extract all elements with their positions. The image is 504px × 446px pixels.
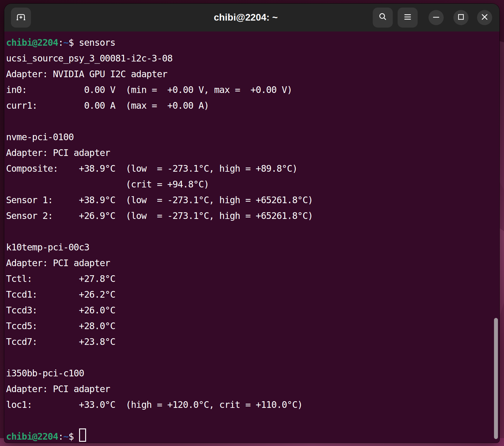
terminal-line: (crit = +94.8°C) <box>6 177 499 192</box>
terminal-window: chibi@2204: ~ <box>4 4 499 443</box>
terminal-text: : <box>58 431 63 442</box>
scrollbar-thumb[interactable] <box>494 318 498 439</box>
terminal-line: chibi@2204:~$ <box>6 428 499 443</box>
terminal-text: Adapter: PCI adapter <box>6 384 110 394</box>
terminal-text: loc1: +33.0°C (high = +120.0°C, crit = +… <box>6 399 302 410</box>
terminal-text: Adapter: PCI adapter <box>6 258 110 268</box>
titlebar[interactable]: chibi@2204: ~ <box>4 4 499 31</box>
terminal-line: Adapter: PCI adapter <box>6 255 499 271</box>
new-tab-icon <box>15 11 27 24</box>
terminal-text: Tccd5: +28.0°C <box>6 321 115 331</box>
terminal-line: Composite: +38.9°C (low = -273.1°C, high… <box>6 161 499 177</box>
terminal-text: Sensor 1: +38.9°C (low = -273.1°C, high … <box>6 195 313 205</box>
close-icon <box>480 13 489 22</box>
search-button[interactable] <box>373 8 393 28</box>
terminal-text: $ sensors <box>68 37 115 48</box>
menu-icon <box>402 11 413 24</box>
terminal-line: k10temp-pci-00c3 <box>6 240 499 255</box>
terminal-text: Adapter: PCI adapter <box>6 147 110 158</box>
minimize-button[interactable] <box>429 10 444 25</box>
terminal-screen[interactable]: chibi@2204:~$ sensorsucsi_source_psy_3_0… <box>4 31 499 443</box>
maximize-icon <box>457 13 465 22</box>
terminal-line: ucsi_source_psy_3_00081-i2c-3-08 <box>6 51 499 66</box>
terminal-text: nvme-pci-0100 <box>6 132 74 142</box>
menu-button[interactable] <box>398 8 418 28</box>
terminal-line: Sensor 2: +26.9°C (low = -273.1°C, high … <box>6 208 499 224</box>
terminal-line <box>6 413 499 428</box>
terminal-line: Tccd1: +26.2°C <box>6 287 499 302</box>
terminal-text: ~ <box>63 37 68 48</box>
search-icon <box>377 11 389 24</box>
terminal-line <box>6 350 499 365</box>
terminal-text: curr1: 0.00 A (max = +0.00 A) <box>6 100 209 111</box>
terminal-text: ucsi_source_psy_3_00081-i2c-3-08 <box>6 53 172 64</box>
minimize-icon <box>432 13 440 22</box>
terminal-text: Adapter: NVIDIA GPU I2C adapter <box>6 69 167 79</box>
terminal-line: Tccd3: +26.0°C <box>6 302 499 318</box>
terminal-line: Adapter: PCI adapter <box>6 145 499 161</box>
terminal-text: Tccd3: +26.0°C <box>6 305 115 316</box>
terminal-line: chibi@2204:~$ sensors <box>6 35 499 51</box>
new-tab-button[interactable] <box>11 8 31 28</box>
terminal-line: loc1: +33.0°C (high = +120.0°C, crit = +… <box>6 397 499 413</box>
maximize-button[interactable] <box>453 10 469 25</box>
terminal-line: Tctl: +27.8°C <box>6 271 499 287</box>
text-cursor <box>79 428 86 442</box>
close-button[interactable] <box>477 10 492 25</box>
terminal-text: chibi@2204 <box>6 37 58 48</box>
terminal-line: Adapter: NVIDIA GPU I2C adapter <box>6 66 499 82</box>
terminal-line: Tccd7: +23.8°C <box>6 334 499 350</box>
terminal-text: $ <box>68 431 79 442</box>
terminal-text: k10temp-pci-00c3 <box>6 242 89 253</box>
terminal-text: Tctl: +27.8°C <box>6 273 115 284</box>
terminal-line: Tccd5: +28.0°C <box>6 318 499 334</box>
terminal-text: : <box>58 37 63 48</box>
terminal-text: Sensor 2: +26.9°C (low = -273.1°C, high … <box>6 210 313 221</box>
terminal-text: i350bb-pci-c100 <box>6 368 84 378</box>
terminal-output: chibi@2204:~$ sensorsucsi_source_psy_3_0… <box>6 35 499 443</box>
terminal-text: (crit = +94.8°C) <box>6 179 209 190</box>
terminal-line: i350bb-pci-c100 <box>6 365 499 381</box>
terminal-text: Composite: +38.9°C (low = -273.1°C, high… <box>6 163 297 174</box>
terminal-line: curr1: 0.00 A (max = +0.00 A) <box>6 98 499 114</box>
terminal-text: ~ <box>63 431 68 442</box>
terminal-text: in0: 0.00 V (min = +0.00 V, max = +0.00 … <box>6 84 292 95</box>
terminal-line <box>6 224 499 240</box>
terminal-text: Tccd7: +23.8°C <box>6 336 115 347</box>
terminal-line: Adapter: PCI adapter <box>6 381 499 397</box>
terminal-line: nvme-pci-0100 <box>6 129 499 145</box>
terminal-line: in0: 0.00 V (min = +0.00 V, max = +0.00 … <box>6 82 499 98</box>
terminal-text: Tccd1: +26.2°C <box>6 289 115 300</box>
terminal-line <box>6 114 499 129</box>
terminal-line: Sensor 1: +38.9°C (low = -273.1°C, high … <box>6 192 499 208</box>
terminal-text: chibi@2204 <box>6 431 58 442</box>
